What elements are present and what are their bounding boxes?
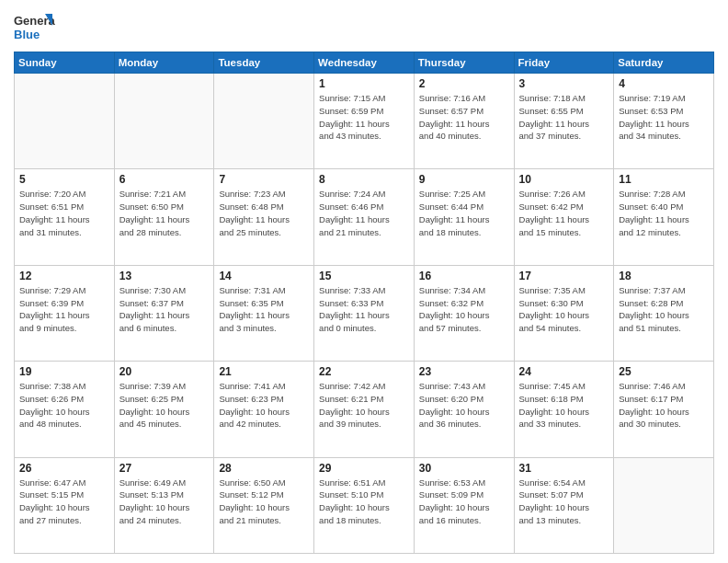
day-info: Sunrise: 7:25 AM Sunset: 6:44 PM Dayligh… xyxy=(419,188,509,238)
day-info: Sunrise: 7:21 AM Sunset: 6:50 PM Dayligh… xyxy=(119,188,210,238)
calendar-cell-w3-d1: 20Sunrise: 7:39 AM Sunset: 6:25 PM Dayli… xyxy=(114,362,214,457)
calendar-cell-w4-d1: 27Sunrise: 6:49 AM Sunset: 5:13 PM Dayli… xyxy=(114,457,214,553)
day-number: 26 xyxy=(19,462,109,475)
calendar-cell-w4-d2: 28Sunrise: 6:50 AM Sunset: 5:12 PM Dayli… xyxy=(214,457,314,553)
week-row-3: 19Sunrise: 7:38 AM Sunset: 6:26 PM Dayli… xyxy=(15,362,714,457)
day-number: 27 xyxy=(119,462,210,475)
day-number: 1 xyxy=(319,77,409,90)
day-number: 22 xyxy=(319,365,409,378)
day-info: Sunrise: 7:18 AM Sunset: 6:55 PM Dayligh… xyxy=(519,92,609,143)
day-info: Sunrise: 7:24 AM Sunset: 6:46 PM Dayligh… xyxy=(319,188,409,238)
day-number: 29 xyxy=(319,462,409,475)
day-number: 14 xyxy=(219,270,309,282)
calendar-cell-w1-d0: 5Sunrise: 7:20 AM Sunset: 6:51 PM Daylig… xyxy=(15,169,115,265)
week-row-2: 12Sunrise: 7:29 AM Sunset: 6:39 PM Dayli… xyxy=(15,265,714,361)
day-number: 16 xyxy=(419,270,509,282)
day-info: Sunrise: 7:15 AM Sunset: 6:59 PM Dayligh… xyxy=(319,92,409,143)
col-header-thursday: Thursday xyxy=(414,52,514,74)
day-info: Sunrise: 6:49 AM Sunset: 5:13 PM Dayligh… xyxy=(119,477,210,527)
day-number: 7 xyxy=(219,173,309,186)
calendar-cell-w4-d3: 29Sunrise: 6:51 AM Sunset: 5:10 PM Dayli… xyxy=(314,457,415,553)
day-number: 6 xyxy=(119,173,210,186)
logo-svg: General Blue xyxy=(14,9,55,46)
day-number: 4 xyxy=(619,77,709,90)
calendar-cell-w4-d6 xyxy=(614,457,714,553)
day-number: 13 xyxy=(119,270,210,282)
calendar-cell-w2-d1: 13Sunrise: 7:30 AM Sunset: 6:37 PM Dayli… xyxy=(114,265,214,361)
day-info: Sunrise: 7:46 AM Sunset: 6:17 PM Dayligh… xyxy=(619,380,709,431)
calendar-cell-w3-d2: 21Sunrise: 7:41 AM Sunset: 6:23 PM Dayli… xyxy=(214,362,314,457)
calendar-cell-w1-d1: 6Sunrise: 7:21 AM Sunset: 6:50 PM Daylig… xyxy=(114,169,214,265)
calendar-table: SundayMondayTuesdayWednesdayThursdayFrid… xyxy=(14,52,714,554)
calendar-cell-w1-d5: 10Sunrise: 7:26 AM Sunset: 6:42 PM Dayli… xyxy=(514,169,614,265)
day-info: Sunrise: 7:35 AM Sunset: 6:30 PM Dayligh… xyxy=(519,284,609,335)
day-info: Sunrise: 7:39 AM Sunset: 6:25 PM Dayligh… xyxy=(119,380,210,431)
day-number: 20 xyxy=(119,365,210,378)
day-info: Sunrise: 7:41 AM Sunset: 6:23 PM Dayligh… xyxy=(219,380,309,431)
day-info: Sunrise: 7:30 AM Sunset: 6:37 PM Dayligh… xyxy=(119,284,210,335)
header: General Blue xyxy=(14,9,714,46)
day-number: 8 xyxy=(319,173,409,186)
col-header-tuesday: Tuesday xyxy=(214,52,314,74)
calendar-cell-w0-d4: 2Sunrise: 7:16 AM Sunset: 6:57 PM Daylig… xyxy=(414,74,514,169)
svg-text:Blue: Blue xyxy=(14,28,40,41)
day-info: Sunrise: 7:37 AM Sunset: 6:28 PM Dayligh… xyxy=(619,284,709,335)
day-number: 17 xyxy=(519,270,609,282)
day-number: 15 xyxy=(319,270,409,282)
day-number: 3 xyxy=(519,77,609,90)
calendar-cell-w3-d5: 24Sunrise: 7:45 AM Sunset: 6:18 PM Dayli… xyxy=(514,362,614,457)
calendar-cell-w0-d3: 1Sunrise: 7:15 AM Sunset: 6:59 PM Daylig… xyxy=(314,74,415,169)
week-row-4: 26Sunrise: 6:47 AM Sunset: 5:15 PM Dayli… xyxy=(15,457,714,553)
calendar-header-row: SundayMondayTuesdayWednesdayThursdayFrid… xyxy=(15,52,714,74)
calendar-cell-w1-d6: 11Sunrise: 7:28 AM Sunset: 6:40 PM Dayli… xyxy=(614,169,714,265)
day-number: 12 xyxy=(19,270,109,282)
day-info: Sunrise: 6:47 AM Sunset: 5:15 PM Dayligh… xyxy=(19,477,109,527)
day-number: 28 xyxy=(219,462,309,475)
day-info: Sunrise: 6:53 AM Sunset: 5:09 PM Dayligh… xyxy=(419,477,509,527)
day-info: Sunrise: 7:31 AM Sunset: 6:35 PM Dayligh… xyxy=(219,284,309,335)
day-number: 18 xyxy=(619,270,709,282)
day-number: 30 xyxy=(419,462,509,475)
day-number: 21 xyxy=(219,365,309,378)
day-info: Sunrise: 7:26 AM Sunset: 6:42 PM Dayligh… xyxy=(519,188,609,238)
calendar-cell-w1-d4: 9Sunrise: 7:25 AM Sunset: 6:44 PM Daylig… xyxy=(414,169,514,265)
day-info: Sunrise: 7:33 AM Sunset: 6:33 PM Dayligh… xyxy=(319,284,409,335)
col-header-sunday: Sunday xyxy=(15,52,115,74)
day-info: Sunrise: 6:50 AM Sunset: 5:12 PM Dayligh… xyxy=(219,477,309,527)
day-info: Sunrise: 6:51 AM Sunset: 5:10 PM Dayligh… xyxy=(319,477,409,527)
calendar-cell-w0-d1 xyxy=(114,74,214,169)
col-header-monday: Monday xyxy=(114,52,214,74)
day-number: 5 xyxy=(19,173,109,186)
col-header-wednesday: Wednesday xyxy=(314,52,415,74)
day-info: Sunrise: 7:29 AM Sunset: 6:39 PM Dayligh… xyxy=(19,284,109,335)
day-number: 9 xyxy=(419,173,509,186)
day-number: 11 xyxy=(619,173,709,186)
day-number: 2 xyxy=(419,77,509,90)
day-number: 23 xyxy=(419,365,509,378)
col-header-friday: Friday xyxy=(514,52,614,74)
day-number: 10 xyxy=(519,173,609,186)
day-number: 31 xyxy=(519,462,609,475)
calendar-cell-w0-d5: 3Sunrise: 7:18 AM Sunset: 6:55 PM Daylig… xyxy=(514,74,614,169)
day-info: Sunrise: 7:23 AM Sunset: 6:48 PM Dayligh… xyxy=(219,188,309,238)
day-number: 19 xyxy=(19,365,109,378)
calendar-cell-w2-d2: 14Sunrise: 7:31 AM Sunset: 6:35 PM Dayli… xyxy=(214,265,314,361)
calendar-cell-w0-d2 xyxy=(214,74,314,169)
calendar-cell-w1-d2: 7Sunrise: 7:23 AM Sunset: 6:48 PM Daylig… xyxy=(214,169,314,265)
day-info: Sunrise: 7:20 AM Sunset: 6:51 PM Dayligh… xyxy=(19,188,109,238)
day-info: Sunrise: 7:42 AM Sunset: 6:21 PM Dayligh… xyxy=(319,380,409,431)
calendar-cell-w2-d5: 17Sunrise: 7:35 AM Sunset: 6:30 PM Dayli… xyxy=(514,265,614,361)
page: General Blue SundayMondayTuesdayWednesda… xyxy=(0,0,728,563)
day-info: Sunrise: 7:45 AM Sunset: 6:18 PM Dayligh… xyxy=(519,380,609,431)
logo: General Blue xyxy=(14,9,55,46)
calendar-cell-w0-d6: 4Sunrise: 7:19 AM Sunset: 6:53 PM Daylig… xyxy=(614,74,714,169)
week-row-1: 5Sunrise: 7:20 AM Sunset: 6:51 PM Daylig… xyxy=(15,169,714,265)
calendar-cell-w0-d0 xyxy=(15,74,115,169)
day-info: Sunrise: 7:43 AM Sunset: 6:20 PM Dayligh… xyxy=(419,380,509,431)
calendar-cell-w4-d4: 30Sunrise: 6:53 AM Sunset: 5:09 PM Dayli… xyxy=(414,457,514,553)
col-header-saturday: Saturday xyxy=(614,52,714,74)
calendar-cell-w2-d6: 18Sunrise: 7:37 AM Sunset: 6:28 PM Dayli… xyxy=(614,265,714,361)
calendar-cell-w2-d0: 12Sunrise: 7:29 AM Sunset: 6:39 PM Dayli… xyxy=(15,265,115,361)
day-info: Sunrise: 6:54 AM Sunset: 5:07 PM Dayligh… xyxy=(519,477,609,527)
calendar-cell-w1-d3: 8Sunrise: 7:24 AM Sunset: 6:46 PM Daylig… xyxy=(314,169,415,265)
